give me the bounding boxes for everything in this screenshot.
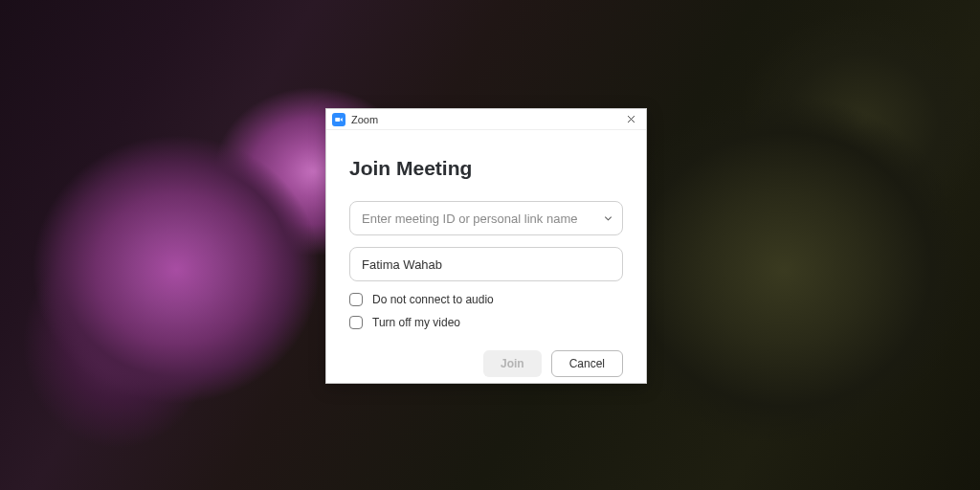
- audio-checkbox-label: Do not connect to audio: [372, 293, 494, 306]
- zoom-icon: [332, 113, 345, 126]
- dialog-content: Join Meeting Do not connect to audio Tur…: [326, 130, 646, 392]
- close-icon: [626, 114, 636, 124]
- cancel-button[interactable]: Cancel: [551, 350, 623, 377]
- join-meeting-dialog: Zoom Join Meeting Do not connect to audi…: [325, 108, 647, 384]
- button-row: Join Cancel: [349, 350, 623, 377]
- name-input[interactable]: [349, 247, 623, 281]
- audio-checkbox-row[interactable]: Do not connect to audio: [349, 293, 623, 306]
- meeting-id-field-wrap: [349, 201, 623, 235]
- dialog-heading: Join Meeting: [349, 157, 623, 180]
- join-button[interactable]: Join: [483, 350, 542, 377]
- name-field-wrap: [349, 247, 623, 281]
- window-title: Zoom: [351, 114, 621, 125]
- video-checkbox-label: Turn off my video: [372, 316, 460, 329]
- close-button[interactable]: [621, 110, 640, 129]
- video-checkbox[interactable]: [349, 316, 363, 329]
- meeting-id-input[interactable]: [349, 201, 623, 235]
- titlebar: Zoom: [326, 109, 646, 130]
- video-checkbox-row[interactable]: Turn off my video: [349, 316, 623, 329]
- audio-checkbox[interactable]: [349, 293, 363, 306]
- svg-rect-0: [335, 117, 340, 121]
